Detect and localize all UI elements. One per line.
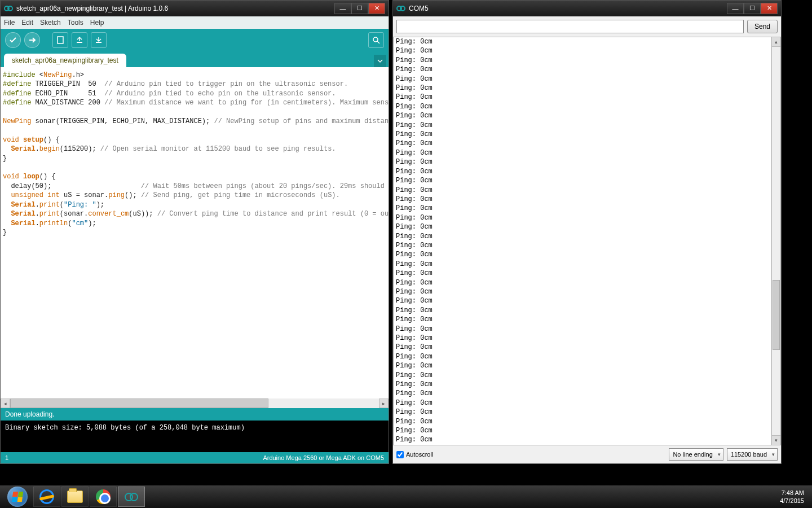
taskbar-arduino[interactable] [118, 487, 145, 507]
tab-dropdown-icon[interactable] [374, 55, 386, 67]
autoscroll-checkbox[interactable]: Autoscroll [396, 451, 433, 458]
baud-rate-select[interactable]: 115200 baud [727, 448, 778, 461]
editor-h-scrollbar[interactable]: ◂ ▸ [1, 398, 389, 408]
build-console: Binary sketch size: 5,088 bytes (of a 25… [1, 421, 389, 452]
arduino-ide-window: sketch_apr06a_newpinglibrary_test | Ardu… [0, 0, 389, 464]
menu-edit[interactable]: Edit [21, 19, 33, 27]
save-sketch-button[interactable] [91, 32, 107, 48]
tab-strip: sketch_apr06a_newpinglibrary_test [1, 51, 389, 67]
menu-file[interactable]: File [4, 19, 15, 27]
taskbar-chrome[interactable] [90, 487, 117, 507]
serial-v-scrollbar[interactable]: ▴ ▾ [771, 37, 781, 445]
start-button[interactable] [2, 485, 33, 508]
verify-button[interactable] [5, 32, 21, 48]
code-editor[interactable]: #include <NewPing.h> #define TRIGGER_PIN… [1, 67, 389, 398]
scroll-right-icon[interactable]: ▸ [379, 398, 389, 408]
scroll-up-icon[interactable]: ▴ [772, 37, 780, 47]
menu-tools[interactable]: Tools [68, 19, 83, 27]
h-scroll-thumb[interactable] [10, 398, 268, 408]
maximize-button[interactable]: ☐ [744, 3, 761, 14]
toolbar [1, 29, 389, 51]
windows-taskbar: 7:48 AM 4/7/2015 [0, 485, 812, 508]
close-button[interactable]: ✕ [761, 3, 778, 14]
upload-button[interactable] [24, 32, 40, 48]
arduino-title: sketch_apr06a_newpinglibrary_test | Ardu… [16, 5, 334, 12]
taskbar-ie[interactable] [33, 487, 60, 507]
svg-line-6 [377, 41, 379, 43]
folder-icon [67, 491, 83, 503]
taskbar-explorer[interactable] [61, 487, 89, 507]
menu-bar: File Edit Sketch Tools Help [1, 16, 389, 29]
serial-monitor-window: COM5 — ☐ ✕ Send Ping: 0cm Ping: 0cm Ping… [392, 0, 782, 464]
menu-help[interactable]: Help [90, 19, 104, 27]
status-text: Done uploading. [5, 410, 54, 418]
ie-icon [39, 489, 54, 504]
svg-rect-2 [58, 37, 63, 43]
maximize-button[interactable]: ☐ [351, 3, 368, 14]
console-text: Binary sketch size: 5,088 bytes (of a 25… [5, 424, 245, 432]
arduino-app-icon [4, 4, 13, 13]
serial-send-button[interactable]: Send [747, 20, 778, 33]
svg-point-5 [373, 37, 378, 42]
serial-output[interactable]: Ping: 0cm Ping: 0cm Ping: 0cm Ping: 0cm … [393, 37, 771, 445]
arduino-app-icon [396, 4, 405, 13]
scroll-down-icon[interactable]: ▾ [772, 435, 780, 445]
serial-titlebar[interactable]: COM5 — ☐ ✕ [393, 1, 781, 16]
svg-rect-4 [96, 42, 102, 43]
close-button[interactable]: ✕ [368, 3, 385, 14]
status-bar: Done uploading. [1, 408, 389, 421]
minimize-button[interactable]: — [334, 3, 351, 14]
sketch-tab[interactable]: sketch_apr06a_newpinglibrary_test [4, 54, 126, 67]
minimize-button[interactable]: — [727, 3, 744, 14]
board-port-label: Arduino Mega 2560 or Mega ADK on COM5 [263, 454, 384, 461]
menu-sketch[interactable]: Sketch [40, 19, 61, 27]
serial-send-input[interactable] [396, 20, 744, 33]
line-ending-select[interactable]: No line ending [669, 448, 723, 461]
windows-logo-icon [7, 487, 28, 507]
chrome-icon [96, 489, 111, 504]
bottom-bar: 1 Arduino Mega 2560 or Mega ADK on COM5 [1, 452, 389, 463]
new-sketch-button[interactable] [52, 32, 68, 48]
arduino-icon [125, 492, 138, 501]
scroll-left-icon[interactable]: ◂ [1, 398, 10, 408]
v-scroll-thumb[interactable] [773, 280, 780, 350]
line-number: 1 [5, 454, 8, 461]
tray-date: 4/7/2015 [780, 497, 804, 505]
open-sketch-button[interactable] [72, 32, 87, 48]
serial-title: COM5 [409, 5, 727, 12]
tray-time: 7:48 AM [780, 489, 804, 497]
arduino-titlebar[interactable]: sketch_apr06a_newpinglibrary_test | Ardu… [1, 1, 389, 16]
system-tray[interactable]: 7:48 AM 4/7/2015 [774, 489, 810, 505]
svg-rect-3 [77, 42, 82, 43]
serial-monitor-button[interactable] [368, 32, 384, 48]
